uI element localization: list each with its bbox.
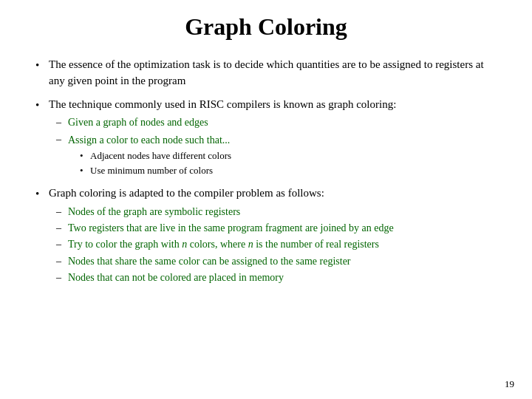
bullet-2-text: The technique commonly used in RISC comp… (49, 98, 396, 110)
subbullet-1-marker: • (80, 149, 90, 163)
bullet-3-text: Graph coloring is adapted to the compile… (49, 187, 324, 199)
dash-1-marker: – (56, 115, 68, 130)
slide-title: Graph Coloring (35, 13, 497, 41)
dash-2-sublist: • Adjacent nodes have different colors •… (80, 149, 497, 178)
dash-2-marker: – (56, 132, 68, 147)
dash-7-text: Nodes that can not be colored are placed… (68, 270, 497, 285)
bullet-3-marker: • (35, 186, 49, 202)
dash-3: – Nodes of the graph are symbolic regist… (56, 205, 497, 219)
bullet-2-marker: • (35, 98, 49, 114)
dash-7: – Nodes that can not be colored are plac… (56, 270, 497, 285)
slide-container: Graph Coloring • The essence of the opti… (0, 0, 532, 399)
slide-content: • The essence of the optimization task i… (35, 57, 497, 287)
dash-2: – Assign a color to each node such that.… (56, 132, 497, 180)
subbullet-2-text: Use minimum number of colors (90, 164, 213, 178)
dash-2-content: Assign a color to each node such that...… (68, 132, 497, 180)
subbullet-1-text: Adjacent nodes have different colors (90, 149, 231, 163)
dash-1-text: Given a graph of nodes and edges (68, 115, 497, 130)
dash-4: – Two registers that are live in the sam… (56, 221, 497, 236)
bullet-1-marker: • (35, 58, 49, 74)
dash-6: – Nodes that share the same color can be… (56, 254, 497, 269)
dash-3-marker: – (56, 205, 68, 219)
dash-6-marker: – (56, 254, 68, 269)
subbullet-2-marker: • (80, 164, 90, 178)
page-number: 19 (505, 378, 514, 390)
bullet-3: • Graph coloring is adapted to the compi… (35, 185, 497, 287)
dash-5-text: Try to color the graph with n colors, wh… (68, 237, 497, 252)
dash-4-marker: – (56, 221, 68, 236)
bullet-3-sublist: – Nodes of the graph are symbolic regist… (56, 205, 497, 285)
bullet-2: • The technique commonly used in RISC co… (35, 97, 497, 183)
subbullet-1: • Adjacent nodes have different colors (80, 149, 497, 163)
dash-4-text: Two registers that are live in the same … (68, 221, 497, 236)
dash-2-text: Assign a color to each node such that... (68, 134, 230, 146)
dash-7-marker: – (56, 270, 68, 285)
dash-3-text: Nodes of the graph are symbolic register… (68, 205, 497, 219)
bullet-2-sublist: – Given a graph of nodes and edges – Ass… (56, 115, 497, 180)
bullet-1-text: The essence of the optimization task is … (49, 57, 497, 89)
dash-5-marker: – (56, 237, 68, 252)
dash-1: – Given a graph of nodes and edges (56, 115, 497, 130)
dash-6-text: Nodes that share the same color can be a… (68, 254, 497, 269)
bullet-2-content: The technique commonly used in RISC comp… (49, 97, 497, 183)
bullet-3-content: Graph coloring is adapted to the compile… (49, 185, 497, 287)
dash-5: – Try to color the graph with n colors, … (56, 237, 497, 252)
subbullet-2: • Use minimum number of colors (80, 164, 497, 178)
bullet-1: • The essence of the optimization task i… (35, 57, 497, 89)
